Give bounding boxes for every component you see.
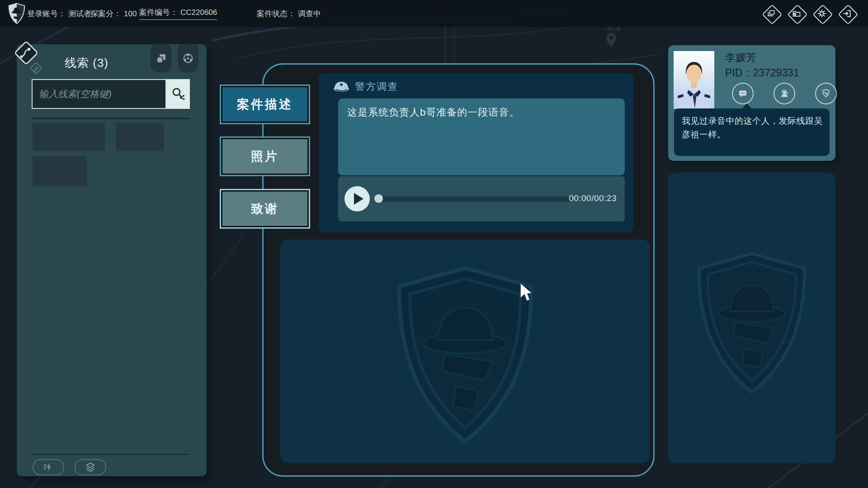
play-button[interactable] bbox=[344, 186, 370, 211]
audio-progress-track[interactable] bbox=[378, 197, 571, 202]
play-icon bbox=[354, 193, 363, 205]
quick-action-button[interactable] bbox=[33, 459, 64, 475]
detective-score-value: 100 bbox=[124, 9, 137, 18]
person-actions bbox=[732, 83, 837, 104]
clue-card-placeholder bbox=[33, 123, 105, 151]
clue-card-placeholder bbox=[33, 156, 87, 186]
person-pid-label: PID： bbox=[725, 67, 753, 79]
tab-credits-label: 致谢 bbox=[222, 192, 307, 226]
map-pin-icon bbox=[605, 32, 618, 48]
contact-icon bbox=[779, 88, 790, 99]
police-investigation-title: 警方调查 bbox=[355, 80, 398, 94]
clue-card-placeholder bbox=[116, 123, 164, 151]
case-display-panel bbox=[280, 239, 650, 463]
evidence-display-panel bbox=[668, 173, 835, 463]
clue-search bbox=[32, 79, 190, 109]
tab-photos-label: 照片 bbox=[222, 139, 307, 174]
tab-case-description-label: 案件描述 bbox=[222, 87, 307, 122]
layers-icon bbox=[85, 461, 96, 473]
case-number: 案件编号：CC220606 bbox=[139, 7, 217, 20]
exit-icon bbox=[843, 9, 852, 18]
folder-transfer-icon bbox=[792, 9, 801, 18]
quick-flash-icon bbox=[42, 461, 54, 473]
settings-button[interactable] bbox=[812, 4, 832, 23]
copy-clues-button[interactable] bbox=[151, 44, 171, 72]
case-status-label: 案件状态： bbox=[257, 9, 295, 18]
windows-icon bbox=[767, 9, 776, 18]
clue-network-button[interactable] bbox=[178, 44, 198, 72]
person-photo bbox=[674, 51, 714, 109]
case-status: 案件状态：调查中 bbox=[257, 9, 321, 19]
police-investigation-panel: 警方调查 这是系统负责人b哥准备的一段语音。 00:00/00:23 bbox=[319, 73, 633, 232]
case-files-button[interactable] bbox=[787, 4, 807, 23]
clue-sidebar: 线索 (3) bbox=[17, 44, 207, 476]
map-poi: 新漄 bbox=[605, 23, 621, 48]
person-name: 李媛芳 bbox=[725, 51, 756, 65]
case-number-label: 案件编号： bbox=[139, 8, 178, 17]
detective-score: 探案分：100 bbox=[90, 9, 137, 19]
exit-button[interactable] bbox=[837, 4, 857, 23]
person-pid: PID：23729331 bbox=[725, 66, 799, 80]
clue-search-input[interactable] bbox=[32, 79, 166, 109]
shield-watermark-icon bbox=[388, 263, 542, 448]
note-pencil-icon bbox=[28, 61, 44, 76]
badge-icon bbox=[821, 88, 831, 99]
login-account-value: 测试者 bbox=[68, 9, 91, 18]
settings-gear-icon bbox=[817, 9, 826, 18]
bubble-pointer bbox=[742, 103, 752, 109]
sidebar-divider bbox=[32, 117, 190, 119]
login-account-label: 登录账号： bbox=[27, 9, 66, 18]
tab-credits[interactable]: 致谢 bbox=[220, 189, 310, 229]
police-cap-icon bbox=[332, 80, 350, 94]
copy-stack-icon bbox=[155, 52, 167, 65]
audio-player: 00:00/00:23 bbox=[338, 176, 625, 221]
topbar-actions bbox=[761, 4, 857, 23]
case-number-value: CC220606 bbox=[180, 8, 217, 17]
search-molecule-icon bbox=[170, 86, 186, 102]
top-status-bar: 登录账号：测试者 探案分：100 案件编号：CC220606 案件状态：调查中 bbox=[0, 0, 868, 27]
login-account: 登录账号：测试者 bbox=[27, 9, 91, 19]
person-pid-value: 23729331 bbox=[753, 67, 799, 79]
contact-button[interactable] bbox=[774, 83, 795, 104]
shield-watermark-icon bbox=[690, 250, 813, 397]
person-info-panel: 李媛芳 PID：23729331 bbox=[668, 45, 835, 161]
case-status-value: 调查中 bbox=[298, 9, 321, 18]
windows-button[interactable] bbox=[761, 4, 781, 23]
badge-button[interactable] bbox=[815, 83, 837, 104]
chat-icon bbox=[737, 88, 748, 99]
person-quote-bubble: 我见过录音中的这个人，发际线跟吴彦祖一样。 bbox=[674, 108, 830, 156]
police-investigation-header: 警方调查 bbox=[332, 80, 398, 94]
layers-button[interactable] bbox=[75, 459, 106, 475]
game-screen: 新漄 登录账号：测试者 探案分：100 案件编号：CC220606 案件状态：调… bbox=[0, 0, 868, 488]
clue-search-button[interactable] bbox=[166, 79, 190, 109]
tab-photos[interactable]: 照片 bbox=[220, 136, 310, 176]
clue-panel-title: 线索 (3) bbox=[65, 55, 108, 71]
tab-case-description[interactable]: 案件描述 bbox=[220, 84, 310, 124]
network-icon bbox=[182, 52, 194, 65]
audio-time: 00:00/00:23 bbox=[569, 193, 617, 203]
app-logo-shield-icon bbox=[7, 3, 26, 24]
detective-score-label: 探案分： bbox=[90, 9, 121, 18]
chat-button[interactable] bbox=[732, 83, 754, 104]
audio-message-box: 这是系统负责人b哥准备的一段语音。 bbox=[338, 99, 625, 175]
audio-progress-thumb[interactable] bbox=[374, 194, 383, 203]
sidebar-divider bbox=[32, 454, 190, 455]
person-quote-text: 我见过录音中的这个人，发际线跟吴彦祖一样。 bbox=[682, 116, 823, 139]
